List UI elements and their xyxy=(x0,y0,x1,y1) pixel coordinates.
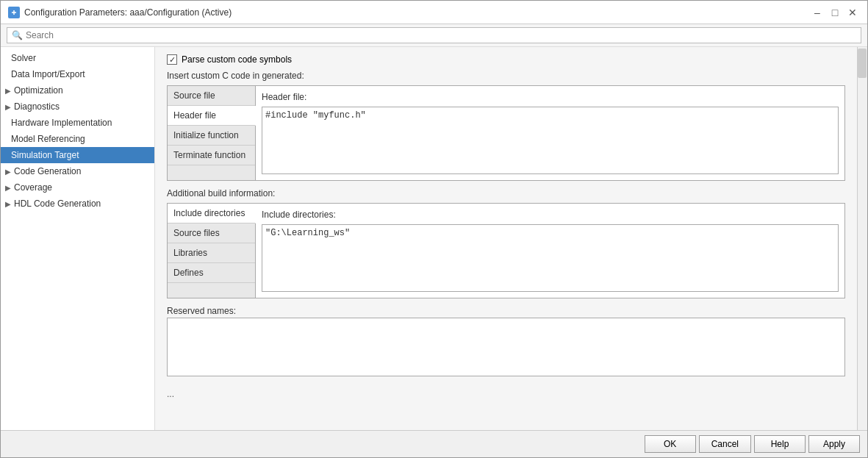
content-inner: Parse custom code symbols Insert custom … xyxy=(155,47,857,430)
reserved-names-section: Reserved names: xyxy=(167,306,845,379)
expand-arrow-icon: ▶ xyxy=(5,87,11,95)
sidebar-item-simulation-target[interactable]: Simulation Target xyxy=(1,147,154,163)
insert-tab-list: Source file Header file Initialize funct… xyxy=(168,86,256,180)
close-button[interactable]: ✕ xyxy=(845,5,860,20)
parse-custom-code-checkbox[interactable] xyxy=(167,54,177,65)
ellipsis-text: ... xyxy=(167,386,845,402)
insert-tabs-panel: Source file Header file Initialize funct… xyxy=(167,85,845,181)
apply-button[interactable]: Apply xyxy=(808,435,860,453)
minimize-button[interactable]: – xyxy=(810,5,825,20)
scrollbar-track[interactable] xyxy=(857,47,867,430)
expand-arrow-icon: ▶ xyxy=(5,168,11,176)
help-button[interactable]: Help xyxy=(754,435,806,453)
reserved-names-label: Reserved names: xyxy=(167,306,845,316)
sidebar-item-hardware-implementation[interactable]: Hardware Implementation xyxy=(1,115,154,131)
main-area: Solver Data Import/Export ▶ Optimization… xyxy=(1,47,867,430)
sidebar-item-label: Solver xyxy=(11,53,36,63)
expand-arrow-icon: ▶ xyxy=(5,103,11,111)
header-file-textarea[interactable] xyxy=(262,107,839,174)
include-directories-field-label: Include directories: xyxy=(262,210,839,220)
parse-custom-code-label: Parse custom code symbols xyxy=(182,54,292,65)
tab-initialize-function[interactable]: Initialize function xyxy=(168,126,255,146)
additional-build-section: Additional build information: Include di… xyxy=(167,188,845,298)
sidebar-item-model-referencing[interactable]: Model Referencing xyxy=(1,131,154,147)
tab-source-files[interactable]: Source files xyxy=(168,223,255,243)
window-title: Configuration Parameters: aaa/Configurat… xyxy=(24,7,232,18)
expand-arrow-icon: ▶ xyxy=(5,200,11,208)
sidebar-item-label: Hardware Implementation xyxy=(11,118,112,128)
cancel-button[interactable]: Cancel xyxy=(699,435,751,453)
parse-custom-code-row: Parse custom code symbols xyxy=(167,54,845,65)
search-input-wrap: 🔍 xyxy=(7,27,861,43)
sidebar-item-solver[interactable]: Solver xyxy=(1,50,154,66)
sidebar-item-label: Coverage xyxy=(14,182,52,193)
app-icon xyxy=(8,7,20,18)
sidebar-item-label: Code Generation xyxy=(14,166,81,176)
main-window: Configuration Parameters: aaa/Configurat… xyxy=(0,0,868,458)
sidebar-item-label: Diagnostics xyxy=(14,101,60,112)
title-controls: – □ ✕ xyxy=(810,5,860,20)
additional-tabs-panel: Include directories Source files Librari… xyxy=(167,203,845,298)
tab-source-file[interactable]: Source file xyxy=(168,86,255,106)
include-directories-textarea[interactable] xyxy=(262,224,839,292)
sidebar-item-data-import-export[interactable]: Data Import/Export xyxy=(1,66,154,82)
tab-include-directories[interactable]: Include directories xyxy=(168,204,256,223)
bottom-bar: OK Cancel Help Apply xyxy=(1,430,867,457)
ok-button[interactable]: OK xyxy=(645,435,696,453)
reserved-names-textarea[interactable] xyxy=(167,318,845,376)
additional-tab-content: Include directories: xyxy=(256,204,844,298)
sidebar-item-label: Optimization xyxy=(14,85,63,96)
sidebar: Solver Data Import/Export ▶ Optimization… xyxy=(1,47,155,430)
title-bar-left: Configuration Parameters: aaa/Configurat… xyxy=(8,7,232,18)
search-icon: 🔍 xyxy=(12,30,23,40)
search-bar: 🔍 xyxy=(1,24,867,47)
maximize-button[interactable]: □ xyxy=(828,5,842,20)
sidebar-item-optimization[interactable]: ▶ Optimization xyxy=(1,82,154,99)
header-file-field-label: Header file: xyxy=(262,92,839,102)
expand-arrow-icon: ▶ xyxy=(5,184,11,192)
sidebar-item-label: Data Import/Export xyxy=(11,69,85,79)
additional-tab-list: Include directories Source files Librari… xyxy=(168,204,256,298)
sidebar-item-hdl-code-generation[interactable]: ▶ HDL Code Generation xyxy=(1,196,154,212)
insert-section-label: Insert custom C code in generated: xyxy=(167,71,845,81)
sidebar-item-label: Simulation Target xyxy=(11,150,79,160)
sidebar-item-diagnostics[interactable]: ▶ Diagnostics xyxy=(1,99,154,115)
insert-tab-content: Header file: xyxy=(256,86,844,180)
content-area: Parse custom code symbols Insert custom … xyxy=(155,47,867,430)
scrollbar-thumb[interactable] xyxy=(858,49,867,78)
tab-defines[interactable]: Defines xyxy=(168,263,255,283)
sidebar-item-label: HDL Code Generation xyxy=(14,198,101,209)
insert-custom-section: Insert custom C code in generated: Sourc… xyxy=(167,71,845,181)
sidebar-item-coverage[interactable]: ▶ Coverage xyxy=(1,179,154,196)
sidebar-item-label: Model Referencing xyxy=(11,134,85,144)
tab-libraries[interactable]: Libraries xyxy=(168,243,255,263)
sidebar-item-code-generation[interactable]: ▶ Code Generation xyxy=(1,163,154,179)
search-input[interactable] xyxy=(26,30,856,40)
tab-terminate-function[interactable]: Terminate function xyxy=(168,146,255,165)
tab-header-file[interactable]: Header file xyxy=(168,106,256,126)
additional-section-label: Additional build information: xyxy=(167,188,845,198)
title-bar: Configuration Parameters: aaa/Configurat… xyxy=(1,1,867,24)
